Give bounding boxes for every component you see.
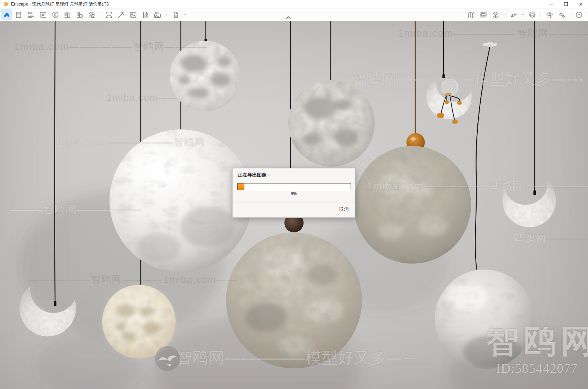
toolbar-left-group: BIM360EXE xyxy=(0,9,187,20)
export-progress-dialog: 正在导出图像··· 6% 取消 xyxy=(232,168,355,218)
toolbar-divider xyxy=(570,10,570,19)
texture-view-icon[interactable] xyxy=(478,9,489,20)
fly-mode-icon[interactable] xyxy=(508,9,519,20)
material-editor-icon[interactable] xyxy=(50,9,61,20)
moon-lamp-right xyxy=(354,133,471,264)
window-controls: ✕ xyxy=(544,0,588,8)
fly-mode-dropdown-chevron-icon[interactable] xyxy=(520,9,526,20)
dialog-title: 正在导出图像··· xyxy=(238,172,271,178)
render-viewport: 1miba.com——————智鸥网————1miba.com——————智鸥网… xyxy=(0,21,588,389)
export-image-icon[interactable] xyxy=(128,9,139,20)
enscape-logo-icon xyxy=(3,1,8,7)
dialog-divider xyxy=(233,203,355,203)
toolbar-right-group: ? xyxy=(466,9,588,20)
crescent-moon-right-lower xyxy=(502,174,556,227)
toolbar-collapse-chevron-icon[interactable] xyxy=(285,15,292,20)
progress-fill xyxy=(238,183,244,190)
orthographic-cube-dropdown-chevron-icon[interactable] xyxy=(502,9,507,20)
screenshot-icon[interactable] xyxy=(103,9,114,20)
feedback-notes-icon[interactable] xyxy=(13,9,24,20)
crescent-moon-with-figure xyxy=(426,74,472,124)
render-wand-icon[interactable] xyxy=(115,9,126,20)
orthographic-cube-icon[interactable] xyxy=(490,9,501,20)
export-exe-icon[interactable]: EXE xyxy=(170,9,181,20)
seagull-logo-icon xyxy=(154,345,181,372)
paper-moon-sphere-left xyxy=(110,129,252,272)
help-icon[interactable]: ? xyxy=(573,9,584,20)
svg-text:EXE: EXE xyxy=(174,15,178,17)
maximize-icon xyxy=(564,2,568,6)
export-file-icon[interactable] xyxy=(140,9,151,20)
general-settings-icon[interactable] xyxy=(556,9,567,20)
close-button[interactable]: ✕ xyxy=(573,0,588,8)
progress-percent-label: 6% xyxy=(233,191,355,196)
moon-lamp-cratered xyxy=(288,80,375,167)
paper-moon-sphere-right xyxy=(435,270,534,369)
close-icon: ✕ xyxy=(579,2,583,7)
asset-library-icon[interactable] xyxy=(62,9,73,20)
visual-settings-icon[interactable] xyxy=(544,9,555,20)
minimize-button[interactable] xyxy=(544,0,559,8)
window-title: Enscape - 现代月球灯 星球灯 月球吊灯 装饰吊灯3 xyxy=(11,1,109,7)
minimize-icon xyxy=(549,4,553,4)
svg-text:BIM: BIM xyxy=(28,11,33,14)
mini-map-icon[interactable] xyxy=(466,9,477,20)
toolbar-divider xyxy=(100,10,100,19)
cancel-button[interactable]: 取消 xyxy=(339,206,349,213)
vr-headset-icon[interactable] xyxy=(527,9,538,20)
progress-bar xyxy=(237,183,351,190)
export-exe-dropdown-chevron-icon[interactable] xyxy=(182,9,187,20)
panorama-360-dropdown-chevron-icon[interactable] xyxy=(164,9,169,20)
title-bar: Enscape - 现代月球灯 星球灯 月球吊灯 装饰吊灯3 ✕ xyxy=(0,0,588,8)
bim-data-icon[interactable]: BIM xyxy=(25,9,36,20)
maximize-button[interactable] xyxy=(559,0,573,8)
asset-library-add-icon[interactable] xyxy=(74,9,85,20)
svg-text:360: 360 xyxy=(155,11,158,14)
crescent-moon-left xyxy=(19,280,76,336)
toolbar-divider xyxy=(541,10,541,19)
home-icon[interactable] xyxy=(1,9,12,20)
view-management-icon[interactable] xyxy=(37,9,49,20)
svg-text:?: ? xyxy=(578,13,580,17)
panorama-360-icon[interactable]: 360 xyxy=(152,9,163,20)
ceiling-mount xyxy=(482,42,498,47)
video-editor-icon[interactable] xyxy=(86,9,97,20)
main-toolbar: BIM360EXE ? xyxy=(0,8,588,21)
moon-lamp-top xyxy=(170,41,240,111)
